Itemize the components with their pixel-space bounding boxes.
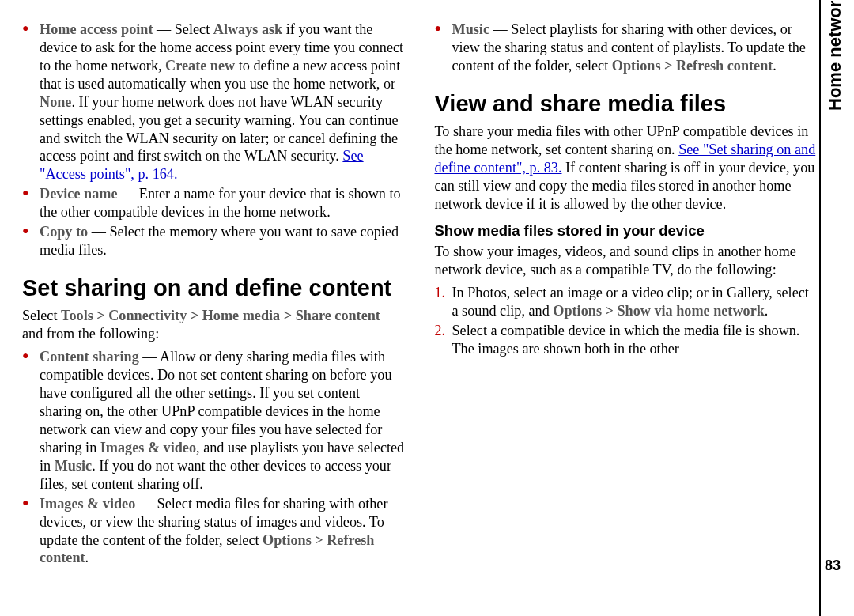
list-item: Device name — Enter a name for your devi… [40,185,405,221]
option: Create new [165,58,235,74]
term: Images & video [40,496,135,512]
term: Copy to [40,224,88,240]
term: Content sharing [40,349,139,365]
list-item: Home access point — Select Always ask if… [40,21,405,183]
term: Device name [40,186,117,202]
text: — Select [153,21,213,37]
step-item: In Photos, select an image or a video cl… [452,284,818,320]
text: . [773,58,777,74]
step-item: Select a compatible device in which the … [452,322,818,358]
subheading-show-media: Show media files stored in your device [435,221,818,240]
list-item: Content sharing — Allow or deny sharing … [40,348,405,493]
menu-path: Images & video [100,440,196,455]
text: Select [22,308,61,323]
text: . If you do not want the other devices t… [40,458,391,492]
list-item: Copy to — Select the memory where you wa… [40,223,405,259]
option: None [40,94,71,110]
text: — Select the memory where you want to sa… [40,224,399,258]
heading-view-share: View and share media files [435,91,818,116]
text: and from the following: [22,326,159,342]
text: . [765,303,769,319]
list-item: Images & video — Select media files for … [40,495,405,568]
text: . [85,550,89,565]
list-item: Music — Select playlists for sharing wit… [452,21,818,75]
lead-paragraph: Select Tools > Connectivity > Home media… [22,307,405,343]
option: Always ask [214,21,282,37]
menu-path: Music [55,458,93,474]
side-rule [819,0,821,616]
text: Select a compatible device in which the … [452,323,800,357]
heading-set-sharing: Set sharing on and define content [22,275,405,300]
page-number: 83 [825,557,841,574]
menu-path: Options > Refresh content [612,58,773,74]
paragraph: To show your images, videos, and sound c… [435,243,818,279]
page-body: Home access point — Select Always ask if… [22,21,817,593]
term: Music [452,21,490,37]
side-tab-label: Home network [825,0,845,111]
menu-path: Tools > Connectivity > Home media > Shar… [61,308,380,323]
menu-path: Options > Show via home network [553,303,765,319]
steps-list: In Photos, select an image or a video cl… [435,284,818,358]
paragraph: To share your media files with other UPn… [435,123,818,214]
term: Home access point [40,21,153,37]
settings-list-1: Home access point — Select Always ask if… [22,21,405,259]
